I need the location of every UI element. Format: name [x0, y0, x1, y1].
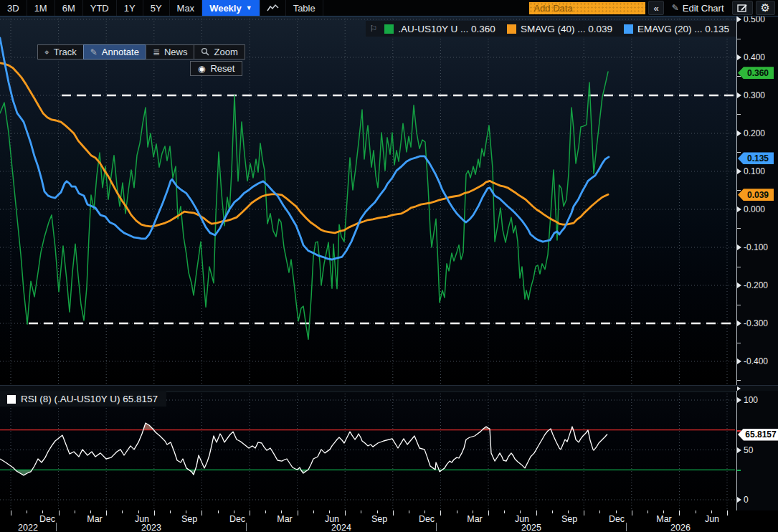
rsi-threshold-tick — [737, 430, 741, 432]
month-tick — [409, 510, 409, 513]
month-tick — [186, 510, 186, 513]
month-tick — [298, 510, 298, 516]
top-toolbar: 3D1M6MYTD1Y5YMaxWeekly▼Table « ✎ Edit Ch… — [0, 0, 778, 16]
price-minor-tick — [737, 114, 741, 115]
year-label: 2026 — [670, 523, 691, 532]
year-separator — [436, 523, 437, 531]
price-axis: 0.5000.4000.3000.2000.1000.000-0.100-0.2… — [736, 16, 778, 385]
month-tick — [106, 510, 107, 516]
edit-chart-button[interactable]: ✎ Edit Chart — [667, 1, 729, 14]
month-label: Sep — [181, 514, 197, 524]
month-tick — [457, 510, 457, 513]
price-minor-tick — [737, 228, 741, 229]
tick-arrow-icon — [737, 54, 741, 60]
tick-arrow-icon — [737, 397, 741, 403]
month-label: Dec — [609, 514, 625, 524]
month-tick — [584, 510, 584, 516]
time-axis: DecMarJunSepDecMarJunSepDecMarJunSepDecM… — [0, 510, 778, 532]
tick-arrow-icon — [737, 282, 741, 288]
month-tick — [632, 510, 632, 516]
rsi-panel[interactable] — [0, 391, 736, 510]
tick-arrow-icon — [737, 206, 741, 212]
month-tick — [27, 510, 27, 513]
month-tick — [520, 510, 521, 513]
tick-arrow-icon — [737, 244, 741, 250]
month-tick — [218, 510, 219, 513]
reset-icon: ◉ — [198, 65, 205, 73]
line-chart-icon[interactable] — [260, 0, 286, 16]
chart-edit-icon[interactable] — [732, 1, 753, 15]
tool-annotate-button[interactable]: ✎Annotate — [83, 44, 146, 60]
nav-range-5y[interactable]: 5Y — [143, 0, 170, 16]
nav-range-max[interactable]: Max — [170, 0, 203, 16]
add-data-input[interactable] — [529, 2, 645, 14]
nav-range-3d[interactable]: 3D — [0, 0, 27, 16]
pencil-icon: ✎ — [90, 48, 98, 57]
month-tick — [393, 510, 394, 516]
month-label: Dec — [229, 514, 245, 524]
month-label: Dec — [419, 514, 435, 524]
nav-range-ytd[interactable]: YTD — [83, 0, 117, 16]
reset-button[interactable]: ◉ Reset — [190, 61, 242, 76]
nav-table-button[interactable]: Table — [286, 0, 323, 16]
month-tick — [616, 510, 617, 513]
month-label: Sep — [561, 514, 577, 524]
last-price-tag: 0.135 — [738, 152, 774, 164]
tick-arrow-icon — [737, 168, 741, 174]
legend-item-1[interactable]: SMAVG (40) ... 0.039 — [507, 24, 612, 34]
nav-range-6m[interactable]: 6M — [55, 0, 83, 16]
main-legend: ⚐.AU-US10Y U ... 0.360SMAVG (40) ... 0.0… — [366, 21, 736, 37]
crosshair-icon: ⌖ — [44, 48, 49, 57]
month-tick — [377, 510, 378, 513]
price-minor-tick — [737, 190, 741, 191]
month-tick — [75, 510, 75, 513]
tool-zoom-button[interactable]: Zoom — [194, 44, 245, 60]
month-tick — [42, 510, 43, 513]
month-tick — [552, 510, 553, 513]
tool-news-button[interactable]: ≣News — [146, 44, 195, 60]
month-tick — [504, 510, 505, 513]
series-smavg-40- — [0, 63, 608, 233]
month-label: Dec — [39, 514, 55, 524]
month-tick — [234, 510, 234, 513]
gear-icon[interactable]: ⚙ — [756, 1, 775, 15]
legend-swatch-icon — [384, 24, 394, 34]
edit-chart-label: Edit Chart — [683, 3, 724, 14]
price-minor-tick — [737, 76, 741, 77]
month-tick — [679, 510, 680, 516]
month-tick — [424, 510, 425, 513]
month-tick — [488, 510, 489, 516]
rsi-legend-text: RSI (8) (.AU-US10Y U) 65.8157 — [21, 394, 158, 404]
nav-range-1m[interactable]: 1M — [27, 0, 55, 16]
tick-arrow-icon — [737, 130, 741, 136]
month-tick — [201, 510, 202, 516]
price-tick-0.400: 0.400 — [737, 52, 765, 62]
month-tick — [727, 510, 728, 516]
chevron-down-icon: ▼ — [246, 4, 252, 11]
series-rsi — [0, 423, 607, 475]
month-tick — [696, 510, 696, 513]
pencil-icon: ✎ — [672, 4, 679, 12]
legend-item-0[interactable]: .AU-US10Y U ... 0.360 — [384, 24, 495, 34]
year-separator — [626, 523, 627, 531]
month-tick — [59, 510, 60, 516]
price-tick-0.000: 0.000 — [737, 204, 765, 214]
nav-period-weekly[interactable]: Weekly▼ — [202, 0, 260, 16]
tool-label: Zoom — [214, 47, 237, 57]
month-tick — [599, 510, 600, 513]
tick-arrow-icon — [737, 497, 741, 503]
magnifier-icon — [201, 47, 209, 57]
nav-range-1y[interactable]: 1Y — [117, 0, 143, 16]
flag-pin-icon: ⚐ — [370, 24, 378, 34]
main-chart-panel[interactable] — [0, 16, 736, 385]
legend-item-2[interactable]: EMAVG (20) ... 0.135 — [624, 24, 729, 34]
last-price-tag: 0.039 — [738, 189, 774, 201]
price-tick-0.100: 0.100 — [737, 166, 765, 176]
month-tick — [281, 510, 282, 513]
collapse-button[interactable]: « — [648, 1, 663, 15]
tool-track-button[interactable]: ⌖Track — [37, 44, 84, 60]
rsi-tick-0: 0 — [737, 495, 749, 505]
year-separator — [246, 523, 247, 531]
month-label: Mar — [277, 514, 293, 524]
month-tick — [440, 510, 441, 516]
